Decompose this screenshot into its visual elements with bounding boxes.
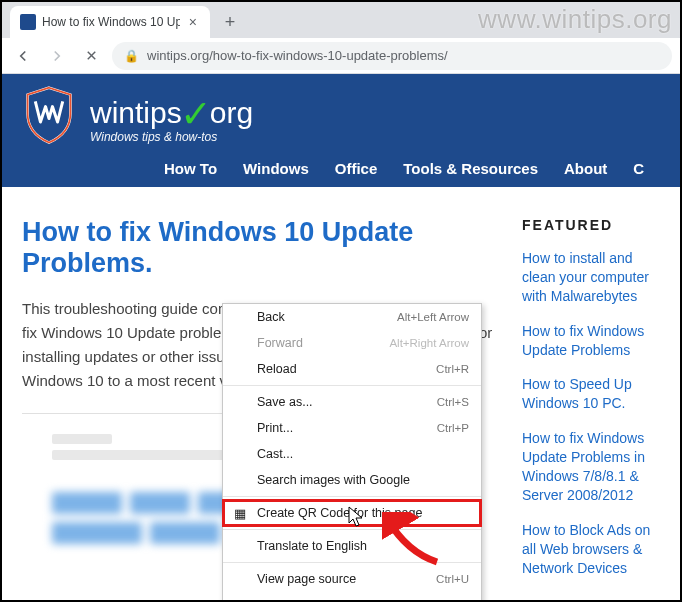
menu-item-shortcut: Alt+Right Arrow — [389, 337, 469, 349]
featured-link[interactable]: How to fix Windows Update Problems — [522, 322, 660, 360]
brand-text: wintips✓org — [90, 88, 253, 132]
menu-item-shortcut: Ctrl+S — [437, 396, 469, 408]
menu-item-create-qr-code-for-this-page[interactable]: ▦Create QR Code for this page — [223, 500, 481, 526]
main-nav: How To Windows Office Tools & Resources … — [22, 152, 660, 187]
nav-tools[interactable]: Tools & Resources — [403, 160, 538, 177]
favicon-icon — [20, 14, 36, 30]
back-button[interactable] — [10, 43, 36, 69]
menu-item-label: Search images with Google — [257, 473, 410, 487]
watermark-text: www.wintips.org — [478, 4, 672, 35]
nav-howto[interactable]: How To — [164, 160, 217, 177]
forward-button[interactable] — [44, 43, 70, 69]
menu-separator — [223, 529, 481, 530]
menu-item-reload[interactable]: ReloadCtrl+R — [223, 356, 481, 382]
url-text: wintips.org/how-to-fix-windows-10-update… — [147, 48, 448, 63]
nav-office[interactable]: Office — [335, 160, 378, 177]
tab-title: How to fix Windows 10 Update P — [42, 15, 180, 29]
nav-more[interactable]: C — [633, 160, 644, 177]
qr-icon: ▦ — [232, 506, 248, 521]
menu-item-label: Print... — [257, 421, 293, 435]
lock-icon: 🔒 — [124, 49, 139, 63]
menu-item-cast[interactable]: Cast... — [223, 441, 481, 467]
featured-link[interactable]: How to install and clean your computer w… — [522, 249, 660, 306]
context-menu: BackAlt+Left ArrowForwardAlt+Right Arrow… — [222, 303, 482, 602]
stop-button[interactable] — [78, 43, 104, 69]
menu-item-label: Reload — [257, 362, 297, 376]
menu-item-search-images-with-google[interactable]: Search images with Google — [223, 467, 481, 493]
tagline-text: Windows tips & how-tos — [90, 130, 253, 144]
menu-item-shortcut: Alt+Left Arrow — [397, 311, 469, 323]
menu-item-back[interactable]: BackAlt+Left Arrow — [223, 304, 481, 330]
menu-separator — [223, 496, 481, 497]
new-tab-button[interactable]: + — [216, 8, 244, 36]
menu-item-save-as[interactable]: Save as...Ctrl+S — [223, 389, 481, 415]
menu-item-shortcut: Ctrl+U — [436, 573, 469, 585]
nav-windows[interactable]: Windows — [243, 160, 309, 177]
menu-separator — [223, 562, 481, 563]
logo-icon — [22, 86, 76, 146]
menu-separator — [223, 385, 481, 386]
menu-item-label: Inspect — [257, 598, 297, 602]
nav-about[interactable]: About — [564, 160, 607, 177]
featured-link[interactable]: How to Speed Up Windows 10 PC. — [522, 375, 660, 413]
menu-item-shortcut: Ctrl+P — [437, 422, 469, 434]
site-header: wintips✓org Windows tips & how-tos How T… — [2, 74, 680, 187]
featured-heading: FEATURED — [522, 217, 660, 233]
menu-item-label: Cast... — [257, 447, 293, 461]
menu-item-label: View page source — [257, 572, 356, 586]
menu-item-label: Translate to English — [257, 539, 367, 553]
page-title: How to fix Windows 10 Update Problems. — [22, 217, 494, 279]
menu-item-label: Create QR Code for this page — [257, 506, 422, 520]
featured-link[interactable]: How to fix Windows Update Problems in Wi… — [522, 429, 660, 505]
menu-item-label: Forward — [257, 336, 303, 350]
menu-item-translate-to-english[interactable]: Translate to English — [223, 533, 481, 559]
menu-item-shortcut: Ctrl+R — [436, 363, 469, 375]
menu-item-print[interactable]: Print...Ctrl+P — [223, 415, 481, 441]
menu-item-label: Back — [257, 310, 285, 324]
menu-item-label: Save as... — [257, 395, 313, 409]
featured-link[interactable]: How to Block Ads on all Web browsers & N… — [522, 521, 660, 578]
menu-item-forward: ForwardAlt+Right Arrow — [223, 330, 481, 356]
close-icon[interactable]: × — [186, 14, 200, 30]
menu-item-inspect[interactable]: Inspect — [223, 592, 481, 602]
menu-item-view-page-source[interactable]: View page sourceCtrl+U — [223, 566, 481, 592]
browser-toolbar: 🔒 wintips.org/how-to-fix-windows-10-upda… — [2, 38, 680, 74]
address-bar[interactable]: 🔒 wintips.org/how-to-fix-windows-10-upda… — [112, 42, 672, 70]
browser-tab[interactable]: How to fix Windows 10 Update P × — [10, 6, 210, 38]
